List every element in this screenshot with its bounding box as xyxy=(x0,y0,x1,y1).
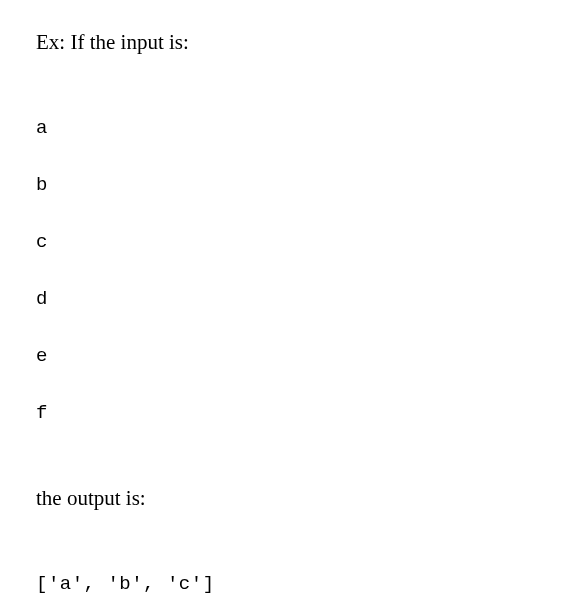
input-line: b xyxy=(36,171,532,200)
mid-text: the output is: xyxy=(36,484,532,513)
output-block: ['a', 'b', 'c'] ['a', 'b', 'c', 'd', 'e'… xyxy=(36,541,532,610)
input-line: c xyxy=(36,228,532,257)
input-block: a b c d e f xyxy=(36,85,532,456)
intro-text: Ex: If the input is: xyxy=(36,28,532,57)
input-line: d xyxy=(36,285,532,314)
input-line: a xyxy=(36,114,532,143)
input-line: f xyxy=(36,399,532,428)
input-line: e xyxy=(36,342,532,371)
output-line: ['a', 'b', 'c'] xyxy=(36,570,532,599)
